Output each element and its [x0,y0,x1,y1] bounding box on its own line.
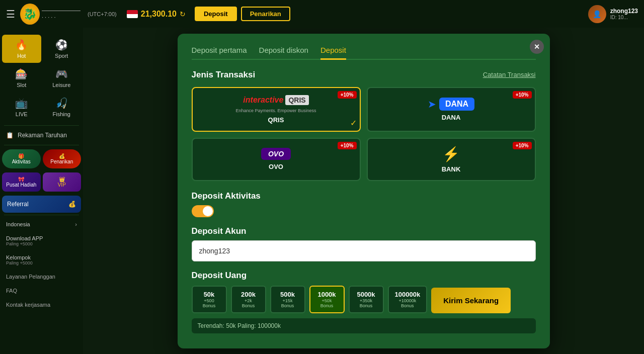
penarikan-button[interactable]: Penarikan [241,7,290,21]
amount-200k[interactable]: 200k +2k Bonus [231,286,266,313]
sidebar-item-live[interactable]: 📺 LIVE [2,93,41,121]
amount-1000k-label: Bonus [316,303,338,308]
hadiah-icon: 🎀 [4,176,39,182]
amount-200k-bonus: +2k [238,298,259,303]
amount-1000k[interactable]: 1000k +50k Bonus [309,286,345,313]
payment-bank[interactable]: +10% ⚡ BANK [367,138,536,181]
amount-50k-value: 50k [199,291,220,298]
amount-100000k[interactable]: 100000k +10000k Bonus [388,286,428,313]
jenis-transaksi-title: Jenis Transaksi [192,70,256,80]
amount-50k[interactable]: 50k +500 Bonus [192,286,227,313]
balance-amount: 21,300.10 [141,10,177,19]
bank-name: BANK [442,165,461,173]
amount-5000k-label: Bonus [356,303,377,308]
close-button[interactable]: ✕ [530,40,544,54]
aktivitas-icon: 🎁 [18,153,24,159]
logo-text: ——————— · · · · · [42,7,80,20]
user-info: 👤 zhong123 ID: 10... [588,5,638,23]
amount-5000k[interactable]: 5000k +350k Bonus [349,286,384,313]
sidebar-kelompok[interactable]: Kelompok Paling +5000 [0,250,83,270]
qris-bonus: +10% [338,91,357,99]
sidebar-indonesia[interactable]: Indonesia › [0,217,83,231]
aktivitas-button[interactable]: 🎁 Aktivitas [2,149,41,168]
tab-deposit[interactable]: Deposit [320,46,346,60]
chevron-right-icon: › [75,221,77,227]
amount-grid: 50k +500 Bonus 200k +2k Bonus 500k +15k … [192,286,536,313]
sidebar-item-fishing[interactable]: 🎣 Fishing [42,93,82,121]
payment-qris[interactable]: +10% interactive QRIS Enhance Payments. … [192,87,361,132]
sidebar-rekaman[interactable]: 📋 Rekaman Taruhan [0,128,83,143]
menu-icon[interactable]: ☰ [6,8,15,20]
rekaman-label: Rekaman Taruhan [18,132,67,139]
dana-logo: ➤ DANA [428,98,474,111]
penarikan-side-label: Penarikan [50,159,73,164]
avatar: 👤 [588,5,606,23]
hadiah-vip-row: 🎀 Pusat Hadiah 👑 VIP [0,170,83,194]
indonesia-label: Indonesia [6,221,30,227]
amount-5000k-value: 5000k [356,291,377,298]
hadiah-label: Pusat Hadiah [4,182,39,188]
sidebar-download[interactable]: Download APP Paling +5000 [0,231,83,250]
rekaman-icon: 📋 [6,132,14,139]
payment-dana[interactable]: +10% ➤ DANA DANA [367,87,536,132]
bank-bonus: +10% [513,142,532,149]
kontak-label: Kontak kerjasama [6,302,50,308]
divider-3 [4,215,79,215]
tab-deposit-pertama[interactable]: Deposit pertama [192,46,247,60]
flag-indonesia [127,10,138,18]
ovo-logo: OVO [261,148,291,160]
aktivitas-toggle[interactable] [192,205,214,217]
akun-title: Deposit Akun [192,226,247,236]
catatan-link[interactable]: Catatan Transaksi [483,71,536,78]
refresh-icon[interactable]: ↻ [180,10,186,18]
sidebar-item-leisure[interactable]: 🎮 Leisure [42,64,82,92]
slot-icon: 🎰 [15,68,28,80]
payment-ovo[interactable]: +10% OVO OVO [192,138,361,181]
divider-2 [4,145,79,145]
sport-icon: ⚽ [55,39,68,51]
sidebar-item-live-label: LIVE [16,111,28,117]
sidebar-item-sport[interactable]: ⚽ Sport [42,35,82,63]
sidebar-item-slot[interactable]: 🎰 Slot [2,64,41,92]
ovo-name: OVO [269,163,283,170]
penarikan-icon: 💰 [59,153,65,159]
sidebar-faq[interactable]: FAQ [0,284,83,298]
deposit-aktivitas-section: Deposit Aktivitas [192,191,536,217]
leisure-icon: 🎮 [55,68,68,80]
uang-title: Deposit Uang [192,271,247,280]
referral-button[interactable]: Referral 💰 [2,196,81,213]
faq-label: FAQ [6,288,17,294]
amount-100000k-label: Bonus [395,303,421,308]
sidebar-item-slot-label: Slot [17,82,26,88]
nav-grid: 🔥 Hot ⚽ Sport 🎰 Slot 🎮 Leisure 📺 LIVE 🎣 … [0,33,83,123]
amount-100000k-value: 100000k [395,291,421,298]
user-id-label: ID: 10... [610,15,638,20]
akun-input[interactable] [192,240,536,261]
deposit-button[interactable]: Deposit [195,7,237,21]
vip-button[interactable]: 👑 VIP [43,172,82,192]
amount-50k-bonus: +500 [199,298,220,303]
amount-100000k-bonus: +10000k [395,298,421,303]
amount-500k-value: 500k [277,291,298,298]
dana-arrow-icon: ➤ [428,98,436,110]
hadiah-button[interactable]: 🎀 Pusat Hadiah [2,172,41,192]
qris-logo: interactive QRIS [243,95,308,105]
jenis-transaksi-header: Jenis Transaksi Catatan Transaksi [192,70,536,80]
sidebar-layanan[interactable]: Layanan Pelanggan [0,270,83,284]
download-label: Download APP [6,235,43,241]
kirim-button[interactable]: Kirim Sekarang [431,288,511,313]
logo-dragon-icon: 🐉 [20,4,40,25]
referral-icon: 💰 [68,201,76,208]
amount-500k[interactable]: 500k +15k Bonus [270,286,305,313]
sidebar-kontak[interactable]: Kontak kerjasama [0,298,83,312]
divider-1 [4,125,79,126]
sidebar-item-sport-label: Sport [55,53,68,59]
modal-tabs: Deposit pertama Deposit diskon Deposit [192,46,536,60]
amount-200k-value: 200k [238,291,259,298]
tab-deposit-diskon[interactable]: Deposit diskon [259,46,308,60]
sidebar-item-hot[interactable]: 🔥 Hot [2,35,41,63]
bank-icon: ⚡ [442,146,460,162]
amount-500k-bonus: +15k [277,298,298,303]
penarikan-side-button[interactable]: 💰 Penarikan [43,149,82,168]
amount-info: Terendah: 50k Paling: 100000k [192,318,536,333]
